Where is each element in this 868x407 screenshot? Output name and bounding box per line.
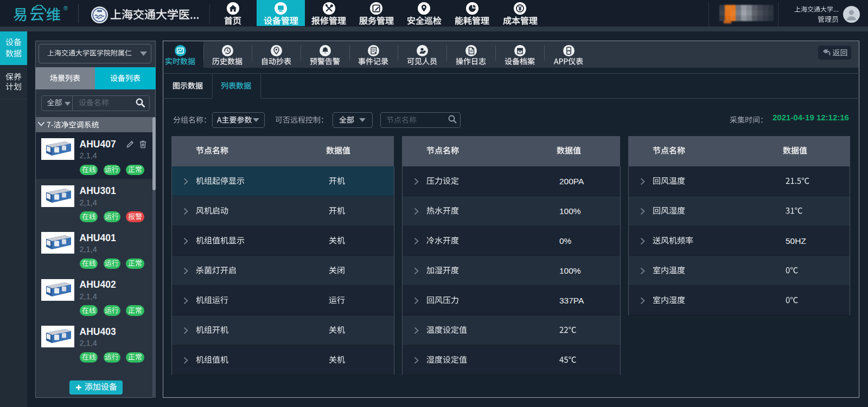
svg-text:ECS: ECS	[848, 18, 854, 21]
